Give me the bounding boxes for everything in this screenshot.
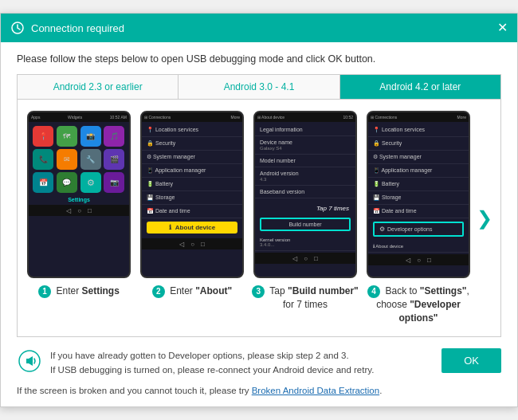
broken-android-link[interactable]: Broken Android Data Extraction [252, 386, 379, 395]
info-text: If you have already gotten to Developer … [50, 348, 434, 378]
settings-app-icon: ⚙ [80, 172, 101, 193]
step-3-label: 3 Tap "Build number" for 7 times [252, 285, 359, 312]
menu-item: 📍 Location services [368, 124, 469, 137]
menu-item: Device nameGalaxy S4 [255, 136, 355, 155]
step-1-label: 1 Enter Settings [38, 285, 120, 298]
developer-options-highlight: ⚙ Developer options [373, 222, 464, 237]
menu-item: ⚙ System manager [368, 151, 469, 164]
phone4-status: ⊞ Connections More [368, 112, 469, 122]
menu-item: Kernel version3.4.0... [255, 234, 355, 251]
menu-item: 🔋 Battery [142, 178, 242, 191]
close-button[interactable]: ✕ [497, 22, 508, 34]
tab-android-3[interactable]: Android 3.0 - 4.1 [179, 75, 339, 99]
app-icon: 📅 [33, 172, 53, 193]
info-box: If you have already gotten to Developer … [17, 348, 501, 378]
step-3: ⊞ About device 10:52 Legal information D… [252, 111, 359, 325]
ok-button[interactable]: OK [441, 348, 501, 373]
step-3-number: 3 [252, 285, 265, 298]
app-icon: 💬 [57, 172, 77, 193]
menu-item: Legal information [255, 124, 355, 136]
phone1-status: Apps Widgets 10:52 AM [29, 112, 129, 122]
step-1-number: 1 [38, 285, 51, 298]
content-area: Please follow the steps below to open US… [1, 42, 517, 406]
step-4-number: 4 [367, 285, 380, 298]
menu-item: 📅 Date and time [142, 205, 242, 218]
phone-mock-4: ⊞ Connections More 📍 Location services 🔒… [367, 111, 470, 278]
phone-mock-1: Apps Widgets 10:52 AM 📍 🗺 [27, 111, 131, 278]
steps-inner: Apps Widgets 10:52 AM 📍 🗺 [26, 111, 472, 325]
step-2-label: 2 Enter "About" [152, 285, 232, 298]
about-device-highlight: ℹ About device [147, 222, 237, 234]
app-icon: 📍 [33, 126, 53, 147]
app-icon: 🎵 [104, 126, 124, 147]
phone2-status: ⊞ Connections More [142, 112, 242, 122]
instruction-text: Please follow the steps below to open US… [17, 53, 501, 65]
app-icon: 🔧 [80, 149, 101, 170]
phone-mock-2: ⊞ Connections More 📍 Location services 🔒… [140, 111, 244, 278]
footer-text: If the screen is broken and you cannot t… [17, 386, 501, 395]
info-speaker-icon [17, 348, 42, 374]
tab-bar: Android 2.3 or earlier Android 3.0 - 4.1… [17, 74, 501, 100]
menu-item: Baseband version [255, 186, 355, 198]
main-window: Connection required ✕ Please follow the … [0, 13, 518, 406]
app-icon: 🎬 [104, 149, 124, 170]
connection-icon [10, 21, 25, 35]
step-2-number: 2 [152, 285, 165, 298]
step-4: ⊞ Connections More 📍 Location services 🔒… [365, 111, 472, 325]
app-icon: 📞 [33, 149, 53, 170]
menu-item: Model number [255, 155, 355, 167]
menu-item: 📱 Application manager [142, 164, 242, 178]
app-icon: 📷 [104, 172, 124, 193]
menu-item: Android version4.3 [255, 167, 355, 186]
menu-item: 💾 Storage [368, 191, 469, 205]
tab-android-4[interactable]: Android 4.2 or later [340, 75, 500, 99]
menu-item: 🔋 Battery [368, 178, 469, 191]
app-icon: 📸 [80, 126, 101, 147]
menu-item: 🔒 Security [368, 137, 469, 151]
menu-item: 📱 Application manager [368, 164, 469, 178]
title-bar: Connection required ✕ [1, 14, 517, 42]
menu-item: 📅 Date and time [368, 205, 469, 218]
title-text: Connection required [31, 22, 497, 34]
tab-android-2[interactable]: Android 2.3 or earlier [18, 75, 179, 99]
phone3-status: ⊞ About device 10:52 [255, 112, 355, 122]
step-2: ⊞ Connections More 📍 Location services 🔒… [139, 111, 245, 325]
menu-item: ℹ About device [368, 240, 469, 253]
steps-container: Apps Widgets 10:52 AM 📍 🗺 [17, 100, 501, 337]
menu-item: 💾 Storage [142, 191, 242, 205]
tap-7-times-label: Tap 7 times [313, 203, 352, 214]
settings-label: Settings [29, 197, 129, 202]
phone-mock-3: ⊞ About device 10:52 Legal information D… [253, 111, 357, 278]
next-arrow[interactable]: ❯ [477, 207, 492, 230]
app-icon: 🗺 [57, 126, 77, 147]
build-number-highlight: Build number [260, 218, 351, 231]
app-icon: ✉ [57, 149, 77, 170]
menu-item: ⚙ System manager [142, 151, 242, 164]
step-4-label: 4 Back to "Settings", choose "Developer … [365, 285, 472, 325]
menu-item: 🔒 Security [142, 137, 242, 151]
menu-item: 📍 Location services [142, 124, 242, 137]
step-1: Apps Widgets 10:52 AM 📍 🗺 [26, 111, 132, 325]
